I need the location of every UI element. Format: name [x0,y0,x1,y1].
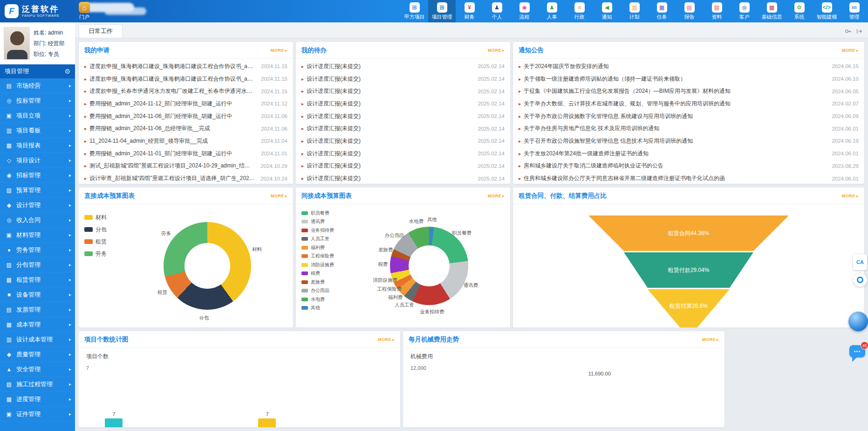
legend-item[interactable]: 劳务 [84,249,127,258]
more-link[interactable]: MORE▸ [378,337,395,342]
list-item[interactable]: ▸进度款申报_珠海鹤港口建设_珠海鹤港口建设工程合作协议书_admin_结束20… [84,60,287,73]
legend-item[interactable]: 其他 [301,304,354,313]
collapse-panel-icon[interactable] [856,28,862,35]
legend-item[interactable]: 职员餐费 [301,209,354,217]
sidebar-item[interactable]: ▲安全管理▸ [0,362,75,377]
legend-item[interactable]: 材料 [84,213,127,222]
nav-item[interactable]: ▥计划 [621,0,648,22]
list-item[interactable]: ▸关于2024年国庆节放假安排的通知2024.06.15 [519,60,859,73]
sidebar-item[interactable]: ●劳务管理▸ [0,243,75,257]
more-link[interactable]: MORE▸ [271,48,287,53]
online-ca-widget[interactable]: CA [853,254,867,270]
list-item[interactable]: ▸关于召开市政公用设施智慧化管理信息 信息技术与应用培训班的通知2024.06.… [519,135,859,147]
nav-item[interactable]: ¥财务 [456,0,483,22]
sidebar-item[interactable]: ◆设计管理▸ [0,198,75,213]
sidebar-item[interactable]: ▣项目立项▸ [0,108,75,123]
list-item[interactable]: ▸房和城乡建设厅关于取消二级建造师临时执业证书的公告2023.08.29 [519,160,859,173]
list-item[interactable]: ▸进度款申报_珠海鹤港口建设_珠海鹤港口建设工程合作协议书_admin_结束20… [84,73,287,85]
sidebar-item[interactable]: ▣材料管理▸ [0,228,75,243]
gear-icon[interactable]: ⚙ [64,68,70,75]
funnel-stage[interactable]: 租赁结算26.6% [588,289,789,327]
sidebar-item[interactable]: ▨分包管理▸ [0,257,75,272]
list-item[interactable]: ▸关于举办大数据、云计算技术在城市建设、规划、管理与服务中的应用培训班的通知20… [519,97,859,110]
chat-widget[interactable]: ••• 45 [849,345,866,360]
nav-item[interactable]: ≡行政 [566,0,593,22]
direct-cost-donut-chart[interactable]: 材料分包租赁劳务 [164,222,251,310]
legend-item[interactable]: 通讯费 [301,218,354,226]
list-item[interactable]: ▸设计进度汇报(未提交)2025.02.14 [301,147,505,160]
bar[interactable]: 7 [104,411,123,427]
funnel-stage[interactable]: 租赁付款29.04% [588,252,789,288]
list-item[interactable]: ▸关于领取一级注册建造师培训贴的通知（须持一建证书前来领取）2024.06.10 [519,73,859,85]
more-link[interactable]: MORE▸ [271,194,287,198]
legend-item[interactable]: 差旅费 [301,278,354,286]
legend-item[interactable]: 分包 [84,225,127,234]
list-item[interactable]: ▸11_2024-11-04_admin_经营部_领导审批__完成2024.11… [84,135,287,147]
list-item[interactable]: ▸关于举办市政公用设施数字化管理信息 系统建设与应用培训班的通知2024.06.… [519,110,859,123]
list-item[interactable]: ▸设计审查_彭祖新城“四馆”景观工程设计项目_请选择_胡广生_2024-10-2… [84,172,287,184]
list-item[interactable]: ▸设计进度汇报(未提交)2025.02.14 [301,73,505,85]
nav-item[interactable]: ◎客户 [731,0,758,22]
legend-item[interactable]: 工程保险费 [301,252,354,261]
list-item[interactable]: ▸设计进度汇报(未提交)2025.02.14 [301,172,505,184]
tab-daily-work[interactable]: 日常工作 [79,24,123,38]
list-item[interactable]: ▸费用报销_admin_2024-11-06_部门经理审批_胡建_运行中2024… [84,110,287,123]
sidebar-item[interactable]: ▧施工过程管理▸ [0,377,75,392]
sidebar-item[interactable]: ▤发票管理▸ [0,302,75,317]
list-item[interactable]: ▸关于发放2024年第24批一级建造师注册证书的通知2024.06.01 [519,147,859,160]
nav-item[interactable]: ⊞甲方项目 [401,0,428,22]
avatar[interactable] [4,27,30,60]
lease-funnel-chart[interactable]: 租赁合同44.36%租赁付款29.04%租赁结算26.6% [588,216,789,327]
more-link[interactable]: MORE▸ [702,337,719,342]
sidebar-item[interactable]: ◎投标管理▸ [0,93,75,108]
list-item[interactable]: ▸于征集《中国建筑施工行业信息化发展报告（2024）—BIM应用与发展》材料的通… [519,85,859,97]
sidebar-item[interactable]: ▧预算管理▸ [0,183,75,198]
legend-item[interactable]: 业务招待费 [301,226,354,235]
sidebar-item[interactable]: ■设备管理▸ [0,287,75,302]
legend-item[interactable]: 消防设施费 [301,261,354,269]
nav-item[interactable]: ◀通知 [593,0,621,22]
sidebar-item[interactable]: ▣证件管理▸ [0,407,75,422]
nav-item[interactable]: ⚙系统 [786,0,813,22]
list-item[interactable]: ▸费用报销_admin_2024-11-01_部门经理审批_胡建_运行中2024… [84,147,287,160]
nav-item[interactable]: ▦基础信息 [758,0,786,22]
more-link[interactable]: MORE▸ [842,48,859,53]
nav-item[interactable]: ◉流程 [511,0,538,22]
sidebar-item[interactable]: ▥设计成本管理▸ [0,332,75,347]
nav-item[interactable]: ▦任务 [648,0,676,22]
sidebar-item[interactable]: ▦进度管理▸ [0,392,75,407]
more-link[interactable]: MORE▸ [488,48,505,53]
legend-item[interactable]: 租赁 [84,237,127,246]
sidebar-item[interactable]: ▦项目报表▸ [0,138,75,153]
list-item[interactable]: ▸设计进度汇报(未提交)2025.02.14 [301,135,505,147]
legend-item[interactable]: 水电费 [301,295,354,304]
sidebar-item[interactable]: ◉招标管理▸ [0,168,75,183]
online-service-icon[interactable] [853,273,867,287]
nav-item[interactable]: ♟个人 [483,0,511,22]
nav-item[interactable]: ♟人事 [538,0,566,22]
key-icon[interactable] [845,28,851,35]
sidebar-item[interactable]: ▩租赁管理▸ [0,272,75,287]
list-item[interactable]: ▸设计进度汇报(未提交)2025.02.14 [301,110,505,123]
sidebar-item[interactable]: ▦成本管理▸ [0,317,75,332]
nav-item[interactable]: ≔管理 [841,0,868,22]
sidebar-item[interactable]: ▤市场经营▸ [0,78,75,93]
list-item[interactable]: ▸设计进度汇报(未提交)2025.02.14 [301,97,505,110]
list-item[interactable]: ▸进度款申报_长春市伊通河水力发电厂改建工程_长春市伊通河水力发电厂2024.1… [84,85,287,97]
list-item[interactable]: ▸关于举办住房与房地产信息化 技术及应用培训班的通知2024.06.01 [519,122,859,135]
legend-item[interactable]: 办公用品 [301,287,354,295]
legend-item[interactable]: 福利费 [301,243,354,252]
nav-item[interactable]: ⊞项目管理 [428,0,456,22]
machine-cost-line-chart[interactable]: 12,000 11,690.00 [410,365,717,421]
list-item[interactable]: ▸费用报销_admin_2024-11-12_部门经理审批_胡建_运行中2024… [84,97,287,110]
more-link[interactable]: MORE▸ [842,194,859,198]
nav-item[interactable]: ▤资料 [703,0,731,22]
legend-item[interactable]: 人员工资 [301,235,354,243]
sidebar-item[interactable]: ◆质量管理▸ [0,347,75,362]
sidebar-item[interactable]: ◎收入合同▸ [0,213,75,228]
bar[interactable]: 7 [258,411,276,427]
sidebar-item[interactable]: ▥项目看板▸ [0,123,75,138]
app-logo[interactable]: F 泛普软件 FANPU SOFTWARE [0,4,74,18]
list-item[interactable]: ▸住房和城乡建设部办公厅关于同意吉林省开展二级建造师注册证书电子化试点的函202… [519,172,859,184]
list-item[interactable]: ▸费用报销_admin_2024-11-06_总经理审批__完成2024.11.… [84,122,287,135]
